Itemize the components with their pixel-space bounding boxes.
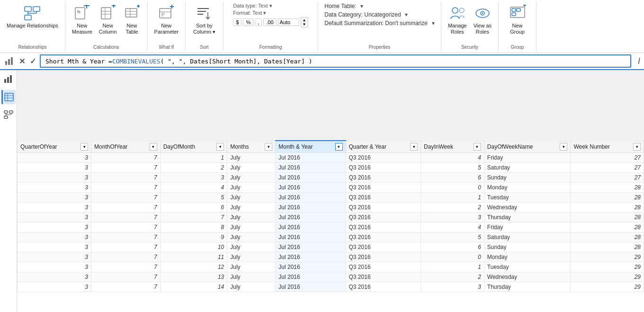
cell-dayinweek: 5 (421, 163, 484, 173)
new-measure-icon: fx (73, 5, 90, 22)
manage-roles-button[interactable]: ManageRoles (445, 3, 470, 37)
default-summ-value[interactable]: Default Summarization: Don't summarize ▾ (324, 20, 434, 27)
new-column-button[interactable]: NewColumn (96, 3, 120, 37)
cancel-formula-button[interactable]: ✕ (19, 57, 25, 66)
cell-monthofyear: 7 (91, 232, 161, 242)
cell-months: July (227, 203, 276, 213)
filter-btn-quarter-year[interactable]: ▾ (410, 143, 418, 151)
comma-button[interactable]: , (255, 18, 262, 26)
cell-months: July (227, 153, 276, 163)
cell-dayinweek: 1 (421, 193, 484, 203)
security-buttons: ManageRoles View asRoles (445, 3, 494, 51)
table-row: 376JulyJul 2016Q3 20162Wednesday28 (18, 203, 644, 213)
new-parameter-button[interactable]: P NewParameter (152, 3, 181, 37)
cursor-icon: I (638, 56, 640, 66)
datatype-label: Data type: Text ▾ (233, 3, 290, 9)
new-group-button[interactable]: NewGroup (506, 3, 529, 37)
table-body: 371JulyJul 2016Q3 20164Friday27372JulyJu… (18, 153, 644, 292)
decimal-button[interactable]: .00 (263, 18, 276, 26)
ribbon-group-calculations: fx NewMeasure (65, 2, 148, 51)
cell-dayinweek: 4 (421, 153, 484, 163)
cell-dayofmonth: 9 (160, 232, 227, 242)
svg-rect-53 (9, 111, 13, 113)
filter-btn-month-year[interactable]: ▾ (335, 143, 343, 151)
format-label: Format: Text ▾ (233, 10, 290, 16)
filter-btn-monthofyear[interactable]: ▾ (150, 143, 157, 151)
cell-monthofyear: 7 (91, 153, 161, 163)
sort-by-column-icon (196, 5, 213, 22)
percent-button[interactable]: % (243, 18, 253, 26)
cell-dayofweekname: Tuesday (484, 193, 571, 203)
cell-dayinweek: 6 (421, 242, 484, 252)
svg-text:fx: fx (77, 9, 81, 14)
relationships-buttons: Manage Relationships (4, 3, 61, 51)
cell-quarterofyear: 3 (18, 252, 91, 262)
manage-relationships-button[interactable]: Manage Relationships (4, 3, 61, 31)
cell-dayofmonth: 10 (160, 242, 227, 252)
cell-months: July (227, 183, 276, 193)
new-table-label: NewTable (125, 23, 138, 35)
cell-month_year: Jul 2016 (276, 153, 346, 163)
cell-week_number: 29 (571, 272, 644, 282)
formula-input[interactable]: Short Mth & Year = COMBINEVALUES( ", ", … (40, 54, 631, 68)
table-row: 372JulyJul 2016Q3 20165Saturday27 (18, 163, 644, 173)
new-measure-button[interactable]: fx NewMeasure (69, 3, 95, 37)
formatting-content: Data type: Text ▾ Format: Text ▾ $ % , .… (233, 3, 308, 35)
new-measure-label: NewMeasure (72, 23, 92, 35)
spinner[interactable]: ▲ ▼ (301, 17, 308, 27)
whatif-buttons: P NewParameter (152, 3, 181, 51)
new-table-button[interactable]: NewTable (121, 3, 143, 37)
confirm-formula-button[interactable]: ✓ (30, 57, 36, 66)
model-view-icon[interactable] (1, 108, 16, 122)
data-category-row: Data Category: Uncategorized ▾ (324, 11, 434, 18)
cell-week_number: 27 (571, 163, 644, 173)
auto-input[interactable] (278, 18, 299, 26)
manage-roles-label: ManageRoles (448, 23, 467, 35)
sort-by-column-button[interactable]: Sort byColumn ▾ (190, 3, 218, 37)
filter-btn-months[interactable]: ▾ (265, 143, 272, 151)
svg-point-34 (482, 13, 483, 14)
format-row: Format: Text ▾ (233, 10, 308, 16)
data-category-value[interactable]: Data Category: Uncategorized ▾ (324, 11, 408, 18)
col-header-months: Months ▾ (227, 141, 276, 153)
manage-relationships-icon (24, 5, 41, 22)
currency-button[interactable]: $ (233, 18, 242, 26)
data-view-icon[interactable] (1, 90, 16, 104)
formula-chart-icon[interactable] (4, 56, 15, 66)
col-header-dayinweek: DayInWeek ▾ (421, 141, 484, 153)
report-view-icon[interactable] (1, 72, 16, 86)
cell-dayofweekname: Monday (484, 252, 571, 262)
view-as-roles-label: View asRoles (474, 23, 492, 35)
cell-months: July (227, 282, 276, 292)
col-header-dayofweekname: DayOfWeekName ▾ (484, 141, 571, 153)
cell-dayofweekname: Sunday (484, 242, 571, 252)
cell-dayofweekname: Friday (484, 223, 571, 232)
cell-dayinweek: 0 (421, 252, 484, 262)
cell-quarterofyear: 3 (18, 153, 91, 163)
cell-dayofmonth: 14 (160, 282, 227, 292)
cell-quarter_year: Q3 2016 (346, 213, 421, 223)
col-header-month-year: Month & Year ▾ (276, 141, 346, 153)
formula-bar: ✕ ✓ Short Mth & Year = COMBINEVALUES( ",… (0, 53, 644, 70)
filter-btn-weeknumber[interactable]: ▾ (633, 143, 641, 151)
cell-dayinweek: 1 (421, 262, 484, 272)
cell-monthofyear: 7 (91, 262, 161, 272)
filter-btn-quarterofyear[interactable]: ▾ (80, 143, 88, 151)
group-buttons: NewGroup (506, 3, 529, 51)
home-table-value[interactable]: Home Table: ▾ (324, 3, 363, 9)
cell-quarterofyear: 3 (18, 282, 91, 292)
ribbon-group-properties: Home Table: ▾ Data Category: Uncategoriz… (318, 2, 441, 51)
filter-btn-dayofweekname[interactable]: ▾ (560, 143, 567, 151)
filter-btn-dayofmonth[interactable]: ▾ (216, 143, 224, 151)
filter-btn-dayinweek[interactable]: ▾ (474, 143, 481, 151)
svg-rect-52 (4, 116, 8, 118)
cell-dayofweekname: Thursday (484, 282, 571, 292)
cell-week_number: 28 (571, 183, 644, 193)
cell-month_year: Jul 2016 (276, 242, 346, 252)
sort-by-column-label: Sort byColumn ▾ (193, 23, 215, 35)
cell-quarter_year: Q3 2016 (346, 232, 421, 242)
view-as-roles-button[interactable]: View asRoles (471, 3, 494, 37)
svg-point-31 (459, 8, 464, 13)
cell-quarter_year: Q3 2016 (346, 223, 421, 232)
table-row: 373JulyJul 2016Q3 20166Sunday27 (18, 173, 644, 183)
